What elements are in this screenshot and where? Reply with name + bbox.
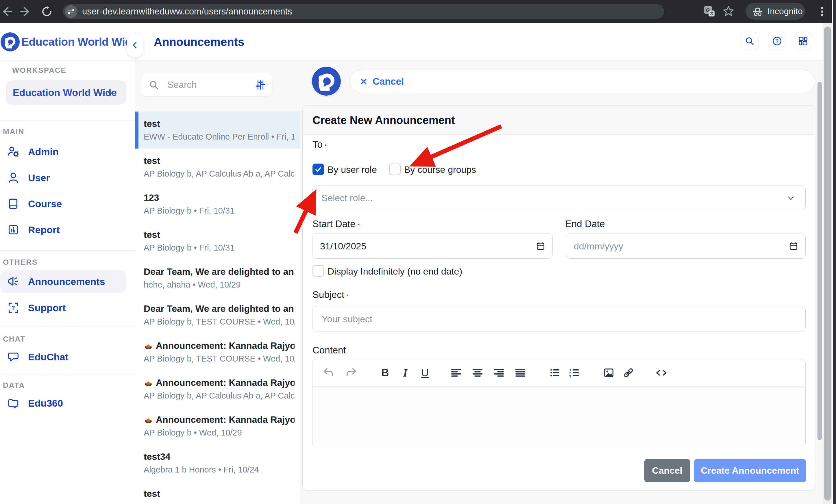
announcement-title: test [144,118,160,129]
sidebar-item-support[interactable]: ? Support [0,298,126,318]
insert-link-icon[interactable] [621,366,636,380]
sidebar-item-report[interactable]: Report [0,220,126,240]
workspace-name: Education World Wide [13,80,117,104]
announcement-subtitle: EWW - Educate Online Per Enroll • Fri, 1… [144,132,294,142]
apps-grid-icon [798,36,808,46]
announcement-subtitle: AP Biology b • Fri, 10/31 [144,206,294,216]
filter-sliders-icon[interactable] [255,79,266,91]
announcement-list-item[interactable]: testEWW - Educate Online Per Enroll • Fr… [135,112,300,149]
browser-back-icon[interactable] [1,5,13,18]
content-editor[interactable]: B I U 123 [312,359,806,447]
apps-grid-button[interactable] [794,32,812,50]
sidebar-item-label: Announcements [28,276,105,287]
incognito-icon [752,5,763,17]
site-settings-icon[interactable] [65,5,77,18]
sidebar-item-label: Support [28,302,65,313]
search-button[interactable] [741,32,759,50]
page-title: Announcements [154,23,244,61]
editor-content-area[interactable] [313,387,805,447]
diya-lamp-icon [144,378,153,387]
select-role-dropdown[interactable]: Select role... [312,186,806,210]
by-user-role-checkbox[interactable] [312,163,324,175]
cancel-button[interactable]: Cancel [644,459,690,482]
subject-field[interactable] [312,306,806,331]
sidebar: WORKSPACE Education World Wide MAIN Admi… [0,61,135,504]
bold-icon[interactable]: B [378,366,392,380]
select-role-placeholder: Select role... [321,193,373,203]
align-right-icon[interactable] [492,366,506,380]
bookmark-star-icon[interactable] [722,5,735,18]
chevron-left-icon [131,41,140,50]
announcement-list-item[interactable]: testAP Biology b, AP Calculus Ab a, AP C… [135,149,300,186]
announcement-list-item[interactable]: Announcement: Kannada Rajyot...AP Biolog… [135,407,300,444]
calendar-icon[interactable] [788,241,798,251]
announcement-list-item[interactable]: test [135,482,300,504]
browser-reload-icon[interactable] [40,5,53,18]
bullet-list-icon[interactable] [548,366,562,380]
diya-lamp-icon [144,415,153,424]
align-left-icon[interactable] [449,366,463,380]
cancel-edit-bar[interactable]: Cancel [350,70,815,93]
announcement-title: Announcement: Kannada Rajyot... [156,414,294,425]
end-date-input[interactable]: dd/mm/yyyy [566,233,806,259]
search-input[interactable] [167,74,252,96]
announcement-title: 123 [144,192,159,203]
incognito-badge: Incognito [745,3,805,20]
ordered-list-icon[interactable]: 123 [567,366,582,380]
announcement-title: Announcement: Kannada Rajyot... [156,377,294,388]
subject-input[interactable] [321,307,794,331]
redo-icon[interactable] [344,366,358,380]
by-course-groups-checkbox[interactable] [389,163,401,175]
insert-image-icon[interactable] [602,366,616,380]
browser-toolbar: user-dev.learnwitheduww.com/users/announ… [0,0,836,23]
sidebar-item-course[interactable]: Course [0,194,126,214]
sidebar-item-announcements[interactable]: Announcements [0,270,126,293]
browser-menu-icon[interactable] [816,5,829,18]
close-icon [359,77,368,86]
editor-toolbar: B I U 123 [312,359,805,387]
announcement-list-item[interactable]: testAP Biology b • Fri, 10/31 [135,222,300,259]
announcement-list-item[interactable]: Dear Team, We are delighted to an...hehe… [135,259,300,296]
align-center-icon[interactable] [470,366,485,380]
start-date-input[interactable]: 31/10/2025 [312,233,553,259]
align-justify-icon[interactable] [513,366,528,380]
browser-forward-icon[interactable] [19,5,32,18]
announcement-list-item[interactable]: test34Algebra 1 b Honors • Fri, 10/24 [135,444,300,482]
sidebar-item-educhat[interactable]: EduChat [0,347,126,367]
sidebar-item-admin[interactable]: Admin [0,142,126,162]
main-section-label: MAIN [3,127,24,136]
announcement-subtitle: AP Biology b • Wed, 10/29 [144,428,294,438]
announcement-list-item[interactable]: Announcement: Kannada Rajyot...AP Biolog… [135,370,300,407]
app-logo [1,32,20,52]
sidebar-item-edu360[interactable]: Edu360 [0,393,126,413]
create-announcement-button[interactable]: Create Announcement [694,459,806,482]
help-button[interactable]: ? [768,32,786,50]
announcement-list-item[interactable]: 123AP Biology b • Fri, 10/31 [135,186,300,222]
workspace-section-label: WORKSPACE [12,66,66,75]
code-icon[interactable] [654,366,669,380]
create-announcement-card: Create New Announcement To* By user role… [302,105,815,490]
italic-icon[interactable]: I [398,366,413,380]
announcement-avatar [312,67,341,96]
sidebar-collapse-button[interactable] [127,33,144,58]
translate-icon[interactable]: G [703,5,716,18]
announcement-subtitle: AP Biology b, AP Calculus Ab a, AP Calcu… [144,169,294,179]
calendar-icon[interactable] [536,241,546,251]
start-date-label: Start Date* [312,218,360,230]
content-scrollbar-thumb[interactable] [817,82,822,440]
browser-scrollbar-thumb[interactable] [824,26,831,501]
sidebar-item-user[interactable]: User [0,168,126,188]
display-indefinitely-label: Display Indefinitely (no end date) [327,266,462,277]
announcement-subtitle: AP Biology b, TEST COURSE • Wed, 10/29 [144,317,294,327]
url-text[interactable]: user-dev.learnwitheduww.com/users/announ… [82,4,292,19]
sidebar-item-label: Admin [28,146,59,157]
announcement-list-item[interactable]: Dear Team, We are delighted to an...AP B… [135,296,300,333]
announcements-search[interactable] [141,73,272,97]
announcement-list-item[interactable]: Announcement: Kannada Rajyot...AP Biolog… [135,333,300,370]
svg-text:?: ? [776,38,778,44]
folder-check-icon [7,397,19,409]
underline-icon[interactable]: U [418,366,432,380]
svg-text:?: ? [11,305,15,311]
undo-icon[interactable] [321,366,336,380]
display-indefinitely-checkbox[interactable] [312,265,324,276]
